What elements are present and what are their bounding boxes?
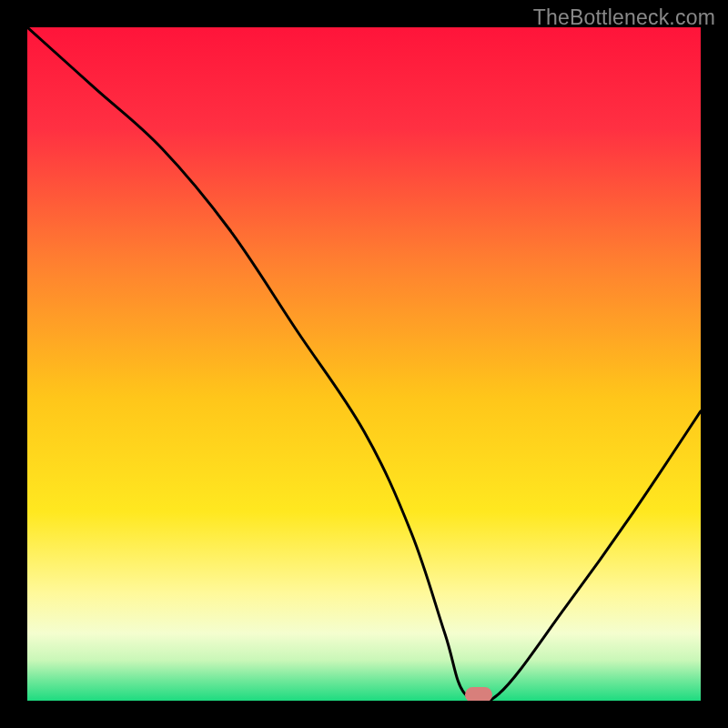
bottleneck-curve	[27, 27, 701, 701]
chart-frame: TheBottleneck.com	[0, 0, 728, 728]
plot-area	[27, 27, 701, 701]
watermark-text: TheBottleneck.com	[533, 5, 715, 30]
optimal-marker	[465, 687, 492, 701]
